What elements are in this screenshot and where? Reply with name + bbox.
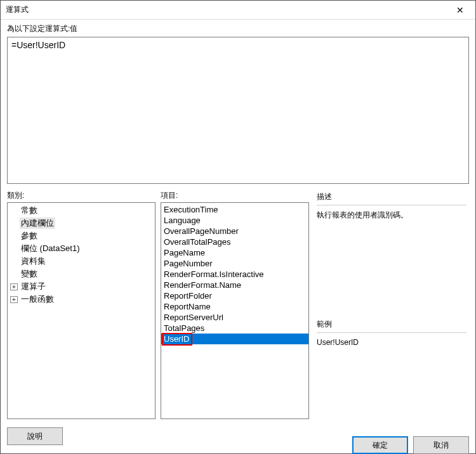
category-item[interactable]: 資料集: [8, 255, 155, 268]
category-item[interactable]: 欄位 (DataSet1): [8, 242, 155, 255]
example-area: 範例 User!UserID: [314, 318, 469, 419]
content-area: 為以下設定運算式:值 類別: 常數內建欄位參數欄位 (DataSet1)資料集變…: [1, 20, 475, 419]
list-item[interactable]: PageNumber: [161, 258, 308, 269]
list-item[interactable]: ReportName: [161, 301, 308, 312]
highlight-annotation: [162, 333, 192, 346]
category-item[interactable]: 常數: [8, 204, 155, 217]
list-item[interactable]: UserID: [161, 334, 308, 344]
category-item-label: 欄位 (DataSet1): [20, 243, 81, 254]
titlebar: 運算式 ✕: [1, 1, 475, 20]
list-item[interactable]: ReportFolder: [161, 290, 308, 301]
expand-icon[interactable]: +: [10, 283, 18, 290]
items-listbox[interactable]: ExecutionTimeLanguageOverallPageNumberOv…: [161, 202, 309, 419]
category-item[interactable]: +運算子: [8, 280, 155, 293]
category-item-label: 一般函數: [20, 294, 55, 305]
ok-button[interactable]: 確定: [352, 436, 408, 454]
expression-dialog: 運算式 ✕ 為以下設定運算式:值 類別: 常數內建欄位參數欄位 (DataSet…: [0, 0, 476, 454]
category-item-label: 資料集: [20, 256, 47, 267]
list-item[interactable]: OverallPageNumber: [161, 226, 308, 237]
category-item-label: 常數: [20, 205, 39, 216]
dialog-title: 運算式: [6, 4, 29, 15]
close-icon[interactable]: ✕: [450, 3, 470, 18]
list-item[interactable]: ExecutionTime: [161, 204, 308, 215]
category-listbox[interactable]: 常數內建欄位參數欄位 (DataSet1)資料集變數+運算子+一般函數: [7, 202, 155, 419]
expand-icon[interactable]: +: [10, 296, 18, 303]
items-column: 項目: ExecutionTimeLanguageOverallPageNumb…: [161, 190, 309, 419]
category-item-label: 變數: [20, 268, 39, 280]
description-column: 描述 執行報表的使用者識別碼。 範例 User!UserID: [314, 190, 469, 419]
list-item[interactable]: TotalPages: [161, 323, 308, 334]
category-item-label: 內建欄位: [20, 217, 55, 229]
help-button[interactable]: 說明: [7, 427, 63, 445]
list-item[interactable]: RenderFormat.Name: [161, 280, 308, 290]
divider: [317, 205, 466, 205]
prompt-label: 為以下設定運算式:值: [7, 23, 469, 34]
footer: 說明 確定 取消: [1, 419, 475, 453]
description-text: 執行報表的使用者識別碼。: [317, 209, 466, 221]
list-item[interactable]: OverallTotalPages: [161, 237, 308, 247]
list-item[interactable]: ReportServerUrl: [161, 312, 308, 323]
category-item[interactable]: 變數: [8, 268, 155, 280]
lower-panels: 類別: 常數內建欄位參數欄位 (DataSet1)資料集變數+運算子+一般函數 …: [7, 190, 469, 419]
expression-input[interactable]: [7, 37, 469, 184]
example-heading: 範例: [317, 319, 466, 330]
list-item[interactable]: PageName: [161, 247, 308, 258]
category-column: 類別: 常數內建欄位參數欄位 (DataSet1)資料集變數+運算子+一般函數: [7, 190, 155, 419]
category-label: 類別:: [7, 190, 155, 201]
category-item[interactable]: 參數: [8, 230, 155, 242]
items-label: 項目:: [161, 190, 309, 201]
cancel-button[interactable]: 取消: [413, 436, 469, 454]
example-text: User!UserID: [317, 337, 466, 348]
list-item[interactable]: RenderFormat.IsInteractive: [161, 269, 308, 280]
description-area: 描述 執行報表的使用者識別碼。: [314, 190, 469, 318]
category-item-label: 運算子: [20, 281, 47, 292]
category-item-label: 參數: [20, 230, 39, 242]
description-heading: 描述: [317, 191, 466, 202]
divider: [317, 332, 466, 333]
category-item[interactable]: +一般函數: [8, 293, 155, 306]
list-item[interactable]: Language: [161, 215, 308, 226]
category-item[interactable]: 內建欄位: [8, 217, 155, 230]
